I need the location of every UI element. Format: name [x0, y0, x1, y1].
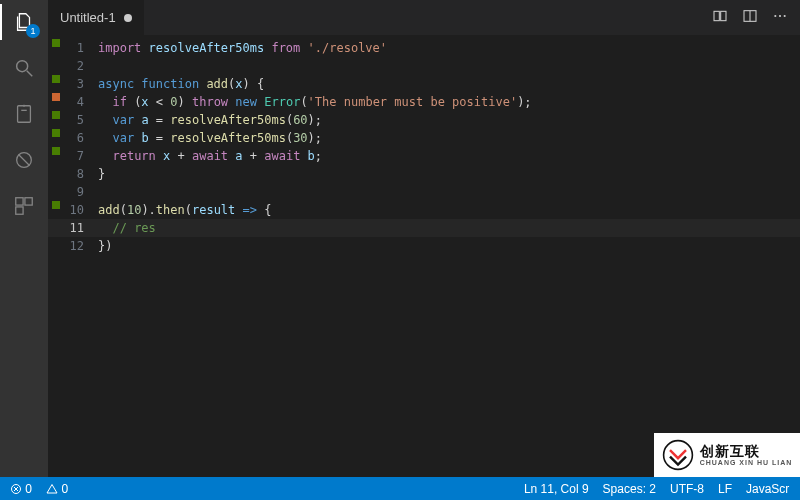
line-number: 12 [64, 237, 98, 255]
status-language-mode[interactable]: JavaScript [746, 482, 790, 496]
code-line: 6 var b = resolveAfter50ms(30); [48, 129, 800, 147]
tab-dirty-dot-icon [124, 14, 132, 22]
status-errors[interactable]: 0 [10, 482, 32, 496]
gutter-decoration-icon [52, 147, 60, 155]
source-control-icon[interactable] [10, 100, 38, 128]
watermark-pinyin: CHUANG XIN HU LIAN [700, 459, 793, 466]
line-number: 3 [64, 75, 98, 93]
code-line: 9 [48, 183, 800, 201]
svg-rect-2 [18, 106, 31, 123]
code-line: 3 async function add(x) { [48, 75, 800, 93]
watermark-badge: 创新互联 CHUANG XIN HU LIAN [654, 433, 800, 477]
more-actions-icon[interactable] [772, 8, 788, 27]
code-line: 8 } [48, 165, 800, 183]
svg-point-0 [17, 61, 28, 72]
extensions-icon[interactable] [10, 192, 38, 220]
status-warnings[interactable]: 0 [46, 482, 68, 496]
explorer-badge: 1 [26, 24, 40, 38]
code-line: 12 }) [48, 237, 800, 255]
line-number: 7 [64, 147, 98, 165]
svg-line-6 [19, 155, 30, 166]
activity-bar: 1 [0, 0, 48, 477]
svg-point-16 [784, 15, 786, 17]
svg-rect-8 [25, 198, 32, 205]
line-number: 4 [64, 93, 98, 111]
status-eol[interactable]: LF [718, 482, 732, 496]
svg-rect-11 [721, 11, 726, 20]
main-column: Untitled-1 1 import resolveAfter50ms fro… [48, 0, 800, 477]
gutter-decoration-icon [52, 93, 60, 101]
debug-icon[interactable] [10, 146, 38, 174]
code-line: 5 var a = resolveAfter50ms(60); [48, 111, 800, 129]
code-line: 4 if (x < 0) throw new Error('The number… [48, 93, 800, 111]
svg-rect-9 [16, 207, 23, 214]
split-editor-icon[interactable] [742, 8, 758, 27]
watermark-logo-icon [662, 439, 694, 471]
svg-line-1 [27, 71, 33, 77]
code-line: 10 add(10).then(result => { [48, 201, 800, 219]
tabs: Untitled-1 [48, 0, 145, 35]
line-number: 10 [64, 201, 98, 219]
status-indentation[interactable]: Spaces: 2 [603, 482, 656, 496]
svg-point-15 [779, 15, 781, 17]
tab-untitled-1[interactable]: Untitled-1 [48, 0, 145, 35]
line-number: 11 [64, 219, 98, 237]
status-encoding[interactable]: UTF-8 [670, 482, 704, 496]
editor[interactable]: 1 import resolveAfter50ms from './resolv… [48, 35, 800, 477]
gutter-decoration-icon [52, 201, 60, 209]
code-line-current: 11 // res [48, 219, 800, 237]
compare-changes-icon[interactable] [712, 8, 728, 27]
editor-actions [712, 0, 800, 35]
line-number: 5 [64, 111, 98, 129]
tab-title: Untitled-1 [60, 10, 116, 25]
code-line: 2 [48, 57, 800, 75]
tab-bar: Untitled-1 [48, 0, 800, 35]
explorer-icon[interactable]: 1 [10, 8, 38, 36]
watermark-brand: 创新互联 [700, 443, 760, 459]
svg-point-14 [774, 15, 776, 17]
status-bar: 0 0 Ln 11, Col 9 Spaces: 2 UTF-8 LF Java… [0, 477, 800, 500]
svg-rect-7 [16, 198, 23, 205]
line-number: 6 [64, 129, 98, 147]
search-icon[interactable] [10, 54, 38, 82]
status-cursor-position[interactable]: Ln 11, Col 9 [524, 482, 589, 496]
gutter-decoration-icon [52, 39, 60, 47]
line-number: 8 [64, 165, 98, 183]
scrollbar[interactable] [788, 35, 800, 477]
code-lines: 1 import resolveAfter50ms from './resolv… [48, 39, 800, 255]
gutter-decoration-icon [52, 111, 60, 119]
svg-rect-10 [714, 11, 719, 20]
gutter-decoration-icon [52, 75, 60, 83]
line-number: 2 [64, 57, 98, 75]
code-line: 1 import resolveAfter50ms from './resolv… [48, 39, 800, 57]
app-root: 1 Untitled-1 [0, 0, 800, 477]
line-number: 1 [64, 39, 98, 57]
code-line: 7 return x + await a + await b; [48, 147, 800, 165]
line-number: 9 [64, 183, 98, 201]
gutter-decoration-icon [52, 129, 60, 137]
